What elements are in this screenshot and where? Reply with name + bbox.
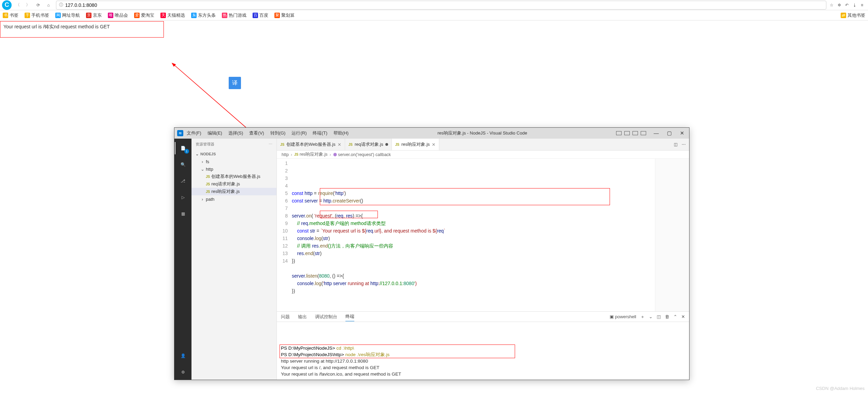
reload-button[interactable]: ⟳ xyxy=(34,1,42,9)
star-icon[interactable]: ☆ xyxy=(830,3,834,8)
split-editor-icon[interactable]: ◫ xyxy=(674,142,678,147)
menu-item[interactable]: 运行(R) xyxy=(291,130,307,136)
code-line[interactable]: }) xyxy=(292,257,655,265)
bookmark-item[interactable]: 爱爱淘宝 xyxy=(134,12,154,18)
tree-label: http xyxy=(206,167,213,172)
info-icon[interactable]: ⓘ xyxy=(59,2,63,8)
editor-tab[interactable]: JSreq请求对象.js xyxy=(345,139,392,150)
url-input[interactable] xyxy=(65,2,823,8)
menu-item[interactable]: 编辑(E) xyxy=(208,130,222,136)
translate-button[interactable]: 译 xyxy=(229,77,241,89)
menu-item[interactable]: 选择(S) xyxy=(228,130,243,136)
code-line[interactable]: server.listen(8080, () =>{ xyxy=(292,272,655,280)
chevron-down-icon[interactable]: ⌄ xyxy=(649,314,653,319)
tree-root-label: NODEJS xyxy=(200,152,216,156)
tree-folder[interactable]: ⌄http xyxy=(191,165,276,173)
menu-item[interactable]: 文件(F) xyxy=(187,130,201,136)
menu-item[interactable]: 帮助(H) xyxy=(333,130,348,136)
page-content: Your request url is /铸实nd request method… xyxy=(0,20,868,33)
bookmark-favicon-icon: 京 xyxy=(86,13,91,18)
chevron-up-icon[interactable]: ⌃ xyxy=(673,314,677,319)
code-line[interactable]: res.end(str) xyxy=(292,250,655,257)
bookmark-item[interactable]: 百百度 xyxy=(253,12,268,18)
panel-tab[interactable]: 输出 xyxy=(298,312,307,321)
split-terminal-icon[interactable]: ◫ xyxy=(657,314,661,319)
bookmark-item[interactable]: 京京东 xyxy=(86,12,102,18)
bookmark-item[interactable]: 聚聚划算 xyxy=(274,12,295,18)
forward-button[interactable]: 〉 xyxy=(24,1,32,9)
explorer-icon[interactable]: 📄1 xyxy=(175,141,191,156)
shell-selector[interactable]: ▣ powershell xyxy=(610,314,636,319)
code-lines[interactable]: const http = require('http')const server… xyxy=(292,159,655,311)
panel-tab[interactable]: 调试控制台 xyxy=(315,312,337,321)
close-panel-icon[interactable]: ✕ xyxy=(681,314,685,319)
bookmark-item[interactable]: 东东方头条 xyxy=(191,12,216,18)
search-icon[interactable]: 🔍 xyxy=(175,157,191,172)
editor-tab[interactable]: JS创建基本的Web服务器.js✕ xyxy=(277,139,345,150)
editor-area: JS创建基本的Web服务器.js✕JSreq请求对象.jsJSres响应对象.j… xyxy=(277,139,689,380)
other-bookmarks-folder[interactable]: 📁 其他书签 xyxy=(841,12,865,18)
menu-item[interactable]: 终端(T) xyxy=(313,130,327,136)
customize-layout-icon[interactable] xyxy=(641,131,646,135)
menu-icon[interactable]: ≡ xyxy=(861,3,863,8)
run-debug-icon[interactable]: ▷ xyxy=(175,190,191,205)
tree-file[interactable]: JS res响应对象.js xyxy=(191,188,276,195)
more-icon[interactable]: ⋯ xyxy=(269,142,272,146)
trash-icon[interactable]: 🗑 xyxy=(665,314,669,319)
layout-toggles xyxy=(616,131,646,135)
tree-folder[interactable]: ›fs xyxy=(191,158,276,165)
menu-item[interactable]: 查看(V) xyxy=(249,130,264,136)
settings-gear-icon[interactable]: ⚙ xyxy=(175,365,191,380)
code-editor[interactable]: 1234567891011121314 const http = require… xyxy=(277,159,689,311)
tree-file[interactable]: JS req请求对象.js xyxy=(191,180,276,188)
undo-icon[interactable]: ↶ xyxy=(845,3,849,8)
download-icon[interactable]: ⭳ xyxy=(853,3,857,8)
code-line[interactable]: console.log(str) xyxy=(292,235,655,242)
code-line[interactable]: console.log('http server running at http… xyxy=(292,280,655,287)
minimap[interactable] xyxy=(655,159,689,311)
panel-tab[interactable]: 问题 xyxy=(281,312,290,321)
toggle-panel-right-icon[interactable] xyxy=(632,131,638,135)
bookmark-item[interactable]: 手手机书签 xyxy=(25,12,49,18)
minimize-button[interactable]: — xyxy=(652,130,661,136)
code-line[interactable]: // req.method是客户端的 method请求类型 xyxy=(292,220,655,227)
extensions-icon[interactable]: ✲ xyxy=(838,3,841,8)
code-line[interactable] xyxy=(292,265,655,272)
tree-folder[interactable]: ›path xyxy=(191,195,276,203)
bookmark-favicon-icon: 百 xyxy=(253,13,258,18)
more-actions-icon[interactable]: ⋯ xyxy=(682,142,686,147)
back-button[interactable]: 〈 xyxy=(14,1,22,9)
extensions-icon[interactable]: ▦ xyxy=(175,206,191,221)
breadcrumb[interactable]: http›JS res响应对象.js›⬢ server.on('request'… xyxy=(277,151,689,159)
panel-tab[interactable]: 终端 xyxy=(345,312,354,321)
menu-item[interactable]: 转到(G) xyxy=(270,130,286,136)
code-line[interactable]: const str = `Your request url is ${req.u… xyxy=(292,227,655,235)
bookmark-item[interactable]: 书书签 xyxy=(3,12,18,18)
toggle-panel-left-icon[interactable] xyxy=(616,131,622,135)
account-icon[interactable]: 👤 xyxy=(175,348,191,363)
chevron-icon: › xyxy=(200,197,204,202)
maximize-button[interactable]: ▢ xyxy=(665,130,674,136)
add-terminal-icon[interactable]: ＋ xyxy=(640,314,645,320)
breadcrumb-item[interactable]: http xyxy=(282,152,289,157)
tree-root[interactable]: ⌄NODEJS xyxy=(191,150,276,158)
home-button[interactable]: ⌂ xyxy=(44,1,53,9)
source-control-icon[interactable]: ⎇ xyxy=(175,173,191,188)
panel-tabs: 问题输出调试控制台终端 ▣ powershell ＋ ⌄ ◫ 🗑 ⌃ ✕ xyxy=(277,312,689,322)
code-line[interactable]: }) xyxy=(292,287,655,295)
url-bar[interactable]: ⓘ xyxy=(56,1,826,10)
bookmark-item[interactable]: 天天猫精选 xyxy=(160,12,185,18)
bookmark-item[interactable]: 唯唯品会 xyxy=(108,12,128,18)
bookmark-item[interactable]: 热热门游戏 xyxy=(222,12,246,18)
code-line[interactable]: // 调用 res.end()方法，向客户端响应一些内容 xyxy=(292,242,655,250)
breadcrumb-item[interactable]: ⬢ server.on('request') callback xyxy=(333,152,391,157)
close-button[interactable]: ✕ xyxy=(678,130,686,136)
close-tab-icon[interactable]: ✕ xyxy=(338,142,341,147)
editor-tab[interactable]: JSres响应对象.js✕ xyxy=(392,139,439,150)
bookmark-item[interactable]: 网网址导航 xyxy=(55,12,80,18)
terminal[interactable]: PS D:\MyProject\NodeJS> cd .\http\PS D:\… xyxy=(277,322,689,380)
tree-file[interactable]: JS 创建基本的Web服务器.js xyxy=(191,173,276,180)
close-tab-icon[interactable]: ✕ xyxy=(432,142,436,147)
breadcrumb-item[interactable]: JS res响应对象.js xyxy=(294,152,328,157)
toggle-panel-bottom-icon[interactable] xyxy=(624,131,630,135)
